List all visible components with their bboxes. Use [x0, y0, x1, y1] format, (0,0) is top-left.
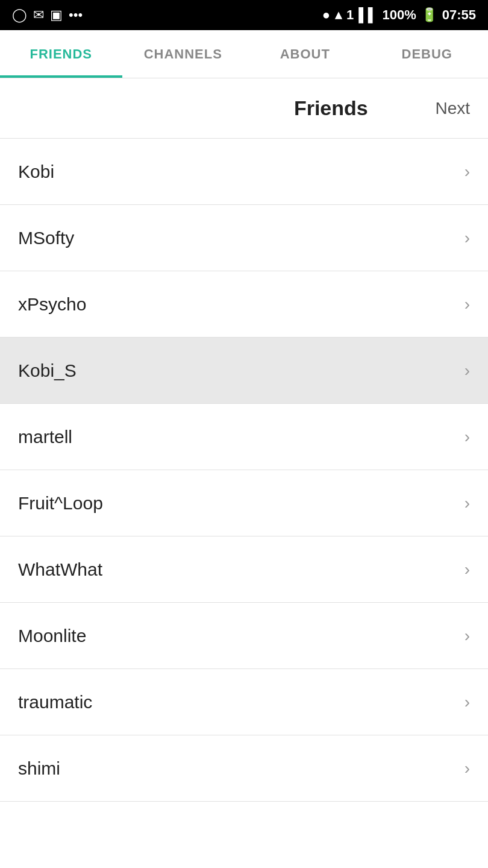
news-icon: ▣ [50, 7, 63, 23]
friend-name: martell [18, 427, 72, 447]
chevron-right-icon: › [465, 626, 470, 646]
tab-bar: FRIENDS CHANNELS ABOUT DEBUG [0, 30, 488, 78]
list-item[interactable]: Moonlite› [0, 603, 488, 669]
tab-channels[interactable]: CHANNELS [122, 30, 245, 78]
friend-name: xPsycho [18, 294, 86, 315]
chevron-right-icon: › [465, 560, 470, 579]
gmail-icon: ✉ [33, 7, 44, 23]
tab-friends[interactable]: FRIENDS [0, 30, 122, 78]
status-bar-left: ◯ ✉ ▣ ••• [12, 7, 83, 23]
friend-name: Fruit^Loop [18, 493, 103, 514]
chevron-right-icon: › [465, 295, 470, 314]
chevron-right-icon: › [465, 361, 470, 380]
list-item[interactable]: MSofty› [0, 205, 488, 271]
tab-debug[interactable]: DEBUG [366, 30, 489, 78]
location-icon: ● [322, 7, 330, 23]
chevron-right-icon: › [465, 759, 470, 778]
signal-icon: ▌▌ [358, 7, 377, 23]
wifi-icon: ▴ [335, 7, 342, 23]
tab-about[interactable]: ABOUT [244, 30, 366, 78]
next-button[interactable]: Next [435, 99, 470, 118]
page-title: Friends [227, 96, 435, 120]
list-item[interactable]: Kobi› [0, 139, 488, 205]
status-bar: ◯ ✉ ▣ ••• ● ▴ 1 ▌▌ 100% 🔋 07:55 [0, 0, 488, 30]
list-item[interactable]: Fruit^Loop› [0, 470, 488, 536]
friend-name: MSofty [18, 228, 74, 248]
friend-name: WhatWhat [18, 559, 102, 580]
more-icon: ••• [69, 7, 83, 23]
chevron-right-icon: › [465, 228, 470, 248]
friend-name: Kobi [18, 162, 54, 182]
time-display: 07:55 [442, 7, 476, 23]
chevron-right-icon: › [465, 427, 470, 447]
chevron-right-icon: › [465, 494, 470, 513]
page-header: Friends Next [0, 78, 488, 139]
battery-icon: 🔋 [421, 7, 437, 23]
list-item[interactable]: WhatWhat› [0, 536, 488, 603]
list-item[interactable]: Kobi_S› [0, 338, 488, 404]
friend-name: traumatic [18, 692, 92, 712]
sim-icon: 1 [346, 7, 354, 23]
friend-name: shimi [18, 758, 60, 779]
chevron-right-icon: › [465, 693, 470, 712]
friend-name: Kobi_S [18, 360, 77, 381]
friend-name: Moonlite [18, 626, 86, 646]
status-bar-right: ● ▴ 1 ▌▌ 100% 🔋 07:55 [322, 7, 476, 23]
list-item[interactable]: traumatic› [0, 669, 488, 735]
chevron-right-icon: › [465, 162, 470, 181]
whatsapp-icon: ◯ [12, 7, 27, 23]
battery-percent: 100% [382, 7, 416, 23]
list-item[interactable]: shimi› [0, 735, 488, 802]
list-item[interactable]: xPsycho› [0, 271, 488, 338]
friend-list: Kobi›MSofty›xPsycho›Kobi_S›martell›Fruit… [0, 139, 488, 802]
list-item[interactable]: martell› [0, 404, 488, 470]
